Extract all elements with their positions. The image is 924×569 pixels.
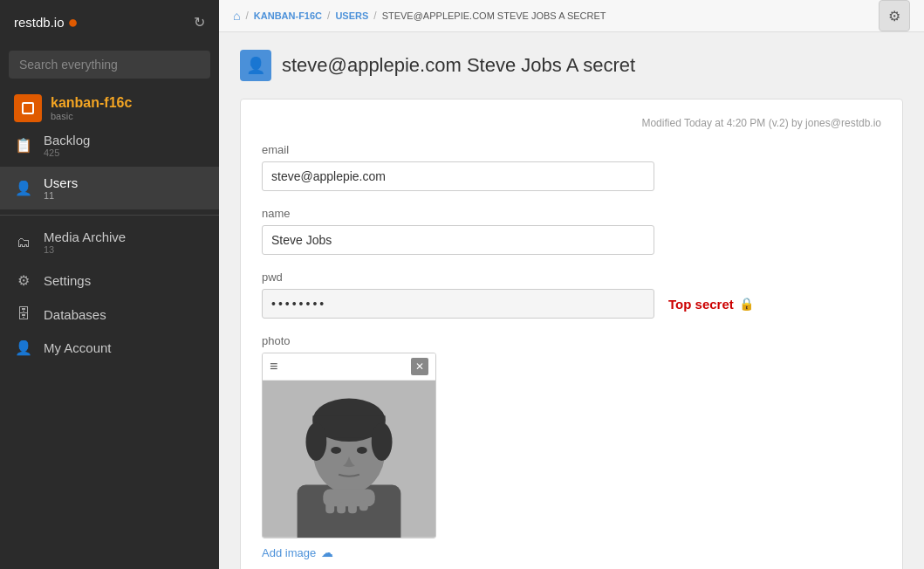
pwd-field-group: pwd Top secret 🔒: [262, 271, 881, 319]
db-tier: basic: [51, 111, 132, 121]
user-icon: 👤: [14, 180, 33, 196]
search-input[interactable]: [9, 51, 210, 79]
add-image-link[interactable]: Add image ☁: [262, 545, 333, 559]
svg-point-8: [331, 447, 341, 454]
user-avatar-icon: 👤: [240, 50, 271, 81]
svg-rect-14: [359, 500, 368, 511]
photo-toolbar: ≡ ✕: [263, 353, 435, 380]
media-archive-count: 13: [44, 244, 126, 255]
topbar: ⌂ / KANBAN-F16C / USERS / STEVE@APPLEPIE…: [219, 0, 924, 32]
photo-image-area: [263, 380, 435, 538]
name-field-group: name: [262, 207, 881, 255]
add-image-label: Add image: [262, 546, 316, 559]
main-area: ⌂ / KANBAN-F16C / USERS / STEVE@APPLEPIE…: [219, 0, 924, 569]
databases-label: Databases: [44, 307, 106, 322]
email-input[interactable]: [262, 161, 654, 191]
settings-label: Settings: [44, 273, 91, 288]
email-field-group: email: [262, 143, 881, 191]
refresh-icon[interactable]: ↻: [194, 14, 205, 31]
sidebar-item-settings[interactable]: ⚙ Settings: [0, 264, 219, 298]
sidebar-divider: [0, 215, 219, 216]
email-label: email: [262, 143, 881, 156]
logo-dot: ●: [68, 12, 79, 32]
top-secret-label: Top secret: [668, 297, 734, 312]
sidebar-item-media-archive[interactable]: 🗂 Media Archive 13: [0, 221, 219, 264]
user-avatar-glyph: 👤: [246, 56, 265, 75]
media-archive-label: Media Archive: [44, 230, 126, 244]
svg-rect-13: [348, 502, 357, 513]
db-color-icon: [14, 94, 42, 122]
photo-frame: ≡ ✕: [262, 353, 436, 538]
gear-button[interactable]: ⚙: [879, 0, 910, 31]
upload-icon: ☁: [321, 545, 333, 559]
sidebar-item-backlog[interactable]: 📋 Backlog 425: [0, 124, 219, 167]
breadcrumb: ⌂ / KANBAN-F16C / USERS / STEVE@APPLEPIE…: [233, 9, 606, 23]
content: 👤 steve@applepie.com Steve Jobs A secret…: [219, 32, 924, 569]
sidebar-item-databases[interactable]: 🗄 Databases: [0, 298, 219, 331]
breadcrumb-users[interactable]: USERS: [335, 10, 368, 21]
db-section: kanban-f16c basic: [0, 86, 219, 124]
users-count: 11: [44, 190, 78, 201]
person-photo-svg: [263, 380, 435, 538]
sidebar-item-my-account[interactable]: 👤 My Account: [0, 331, 219, 365]
form-card: Modified Today at 4:20 PM (v.2) by jones…: [240, 99, 903, 569]
name-input[interactable]: [262, 225, 654, 255]
page-title: steve@applepie.com Steve Jobs A secret: [282, 54, 635, 77]
breadcrumb-current: STEVE@APPLEPIE.COM STEVE JOBS A SECRET: [382, 10, 606, 21]
sidebar-header: restdb.io ● ↻: [0, 0, 219, 44]
photo-label: photo: [262, 334, 881, 347]
lock-icon: 🔒: [739, 297, 754, 311]
name-label: name: [262, 207, 881, 220]
breadcrumb-sep-3: /: [373, 10, 376, 22]
search-box: [0, 44, 219, 86]
gear-icon: ⚙: [888, 8, 900, 24]
svg-rect-12: [337, 502, 346, 513]
media-icon: 🗂: [14, 235, 33, 250]
breadcrumb-sep-2: /: [327, 10, 330, 22]
svg-point-6: [306, 422, 327, 461]
page-title-row: 👤 steve@applepie.com Steve Jobs A secret: [240, 50, 903, 81]
pwd-label: pwd: [262, 271, 881, 284]
my-account-label: My Account: [44, 340, 112, 355]
photo-menu-icon[interactable]: ≡: [270, 359, 277, 374]
breadcrumb-kanban[interactable]: KANBAN-F16C: [254, 10, 322, 21]
svg-point-9: [357, 447, 367, 454]
svg-rect-11: [325, 500, 334, 513]
home-icon[interactable]: ⌂: [233, 9, 240, 23]
db-name: kanban-f16c: [51, 95, 132, 111]
sidebar-item-users[interactable]: 👤 Users 11: [0, 167, 219, 209]
top-secret-badge: Top secret 🔒: [668, 297, 754, 312]
logo-text: restdb.io: [14, 15, 65, 30]
backlog-label: Backlog: [44, 133, 90, 147]
logo: restdb.io ●: [14, 12, 79, 32]
databases-icon: 🗄: [14, 306, 33, 322]
photo-field-group: photo ≡ ✕: [262, 334, 881, 560]
pwd-row: Top secret 🔒: [262, 289, 881, 319]
account-icon: 👤: [14, 339, 33, 356]
photo-close-button[interactable]: ✕: [411, 358, 428, 375]
breadcrumb-sep-1: /: [245, 10, 248, 22]
modified-line: Modified Today at 4:20 PM (v.2) by jones…: [262, 117, 881, 129]
pwd-input[interactable]: [262, 289, 654, 319]
clipboard-icon: 📋: [14, 137, 33, 154]
users-label: Users: [44, 175, 78, 190]
svg-point-7: [372, 422, 393, 461]
settings-icon: ⚙: [14, 272, 33, 289]
backlog-count: 425: [44, 147, 90, 158]
sidebar: restdb.io ● ↻ kanban-f16c basic 📋 Backlo…: [0, 0, 219, 569]
